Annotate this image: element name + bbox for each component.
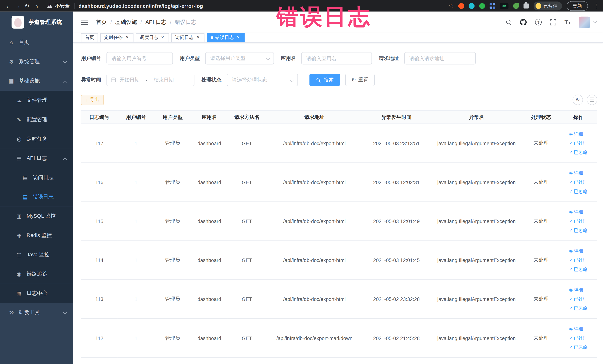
profile-paused-badge[interactable]: 已暂停 [533, 1, 562, 10]
sidebar-item-file[interactable]: ☁文件管理 [0, 91, 73, 110]
reload-button[interactable]: ↻ [23, 1, 32, 10]
user-id-label: 用户编号 [81, 55, 101, 62]
extension-icon-5[interactable] [513, 3, 519, 9]
font-size-icon[interactable]: TT [564, 19, 570, 26]
request-url-input[interactable] [404, 52, 476, 65]
breadcrumb-item[interactable]: API 日志 [145, 19, 166, 26]
action-processed[interactable]: ✓已处理 [569, 179, 588, 186]
extensions-puzzle-icon[interactable] [523, 3, 529, 8]
extension-icon-4[interactable] [489, 3, 495, 9]
action-ignored[interactable]: ✓已忽略 [569, 149, 588, 156]
cell-time: 2021-05-03 12:02:31 [363, 163, 430, 201]
browser-update-button[interactable]: 更新 [567, 1, 588, 11]
breadcrumb-item[interactable]: 首页 [96, 19, 107, 26]
chevron-down-icon[interactable] [593, 20, 597, 23]
sidebar-item-api-log[interactable]: ▤API 日志 [0, 149, 73, 168]
action-detail[interactable]: ◉详细 [569, 247, 583, 254]
sidebar-item-home[interactable]: ⌂首页 [0, 33, 73, 52]
address-bar[interactable]: 不安全 dashboard.yudao.iocoder.cn/infra/log… [47, 3, 203, 9]
action-ignored[interactable]: ✓已忽略 [569, 266, 588, 273]
github-icon[interactable] [520, 19, 527, 26]
action-processed[interactable]: ✓已处理 [569, 140, 588, 146]
check-icon: ✓ [569, 150, 573, 155]
search-icon[interactable] [506, 19, 512, 25]
sidebar-item-redis[interactable]: ▦Redis 监控 [0, 226, 73, 245]
tab-label: 定时任务 [104, 34, 123, 41]
action-detail[interactable]: ◉详细 [569, 131, 583, 137]
action-processed[interactable]: ✓已处理 [569, 335, 588, 341]
action-detail[interactable]: ◉详细 [569, 170, 583, 176]
action-ignored[interactable]: ✓已忽略 [569, 305, 588, 312]
exception-time-label: 异常时间 [81, 76, 101, 83]
breadcrumb-item[interactable]: 基础设施 [115, 19, 137, 26]
action-detail[interactable]: ◉详细 [569, 326, 583, 332]
cell-time: 2021-05-03 12:01:49 [363, 201, 430, 240]
hamburger-icon[interactable] [81, 20, 88, 25]
extension-icon-1[interactable] [458, 3, 464, 9]
extension-icon-2[interactable] [469, 3, 475, 9]
user-id-input[interactable] [106, 52, 173, 65]
user-type-select[interactable]: 请选择用户类型 [205, 52, 274, 65]
refresh-table-button[interactable]: ↻ [573, 94, 583, 105]
close-tab-icon[interactable]: × [160, 35, 165, 40]
tab-首页[interactable]: 首页 [81, 33, 98, 42]
reset-button[interactable]: ↻ 重置 [345, 74, 375, 86]
fullscreen-icon[interactable] [550, 19, 556, 25]
sidebar-item-job[interactable]: ◴定时任务 [0, 129, 73, 149]
export-button[interactable]: ↓ 导出 [81, 95, 104, 105]
cell-actions: ◉详细✓已处理✓已忽略 [559, 280, 597, 318]
trace-icon: ◉ [16, 271, 22, 277]
sidebar-item-java[interactable]: ▢Java 监控 [0, 245, 73, 264]
tab-调度日志[interactable]: 调度日志× [136, 33, 169, 42]
tab-label: 调度日志 [139, 34, 158, 41]
sidebar-item-system[interactable]: ⚙系统管理 [0, 52, 73, 71]
search-button[interactable]: 搜索 [309, 74, 340, 86]
sidebar-item-trace[interactable]: ◉链路追踪 [0, 264, 73, 284]
app-name-input[interactable] [301, 52, 372, 65]
exception-time-range[interactable]: 开始日期 - 结束日期 [106, 74, 195, 86]
column-settings-button[interactable] [587, 94, 597, 105]
cell-actions: ◉详细✓已处理✓已忽略 [559, 201, 597, 240]
action-ignored[interactable]: ✓已忽略 [569, 188, 588, 195]
action-processed[interactable]: ✓已处理 [569, 218, 588, 224]
refresh-icon: ↻ [351, 77, 356, 83]
tab-访问日志[interactable]: 访问日志× [171, 33, 204, 42]
sidebar-item-dev-tools[interactable]: ⚒研发工具 [0, 303, 73, 322]
app-logo-row[interactable]: 芋道管理系统 [0, 12, 73, 33]
cell-id: 116 [81, 163, 118, 201]
sidebar-item-config[interactable]: ✎配置管理 [0, 110, 73, 129]
close-tab-icon[interactable]: × [236, 35, 241, 40]
cell-user_id: 1 [118, 280, 154, 318]
back-button[interactable]: ← [4, 1, 13, 10]
sidebar-item-infra[interactable]: ▣基础设施 [0, 71, 73, 91]
action-processed[interactable]: ✓已处理 [569, 296, 588, 302]
forward-button[interactable]: → [13, 1, 23, 10]
process-status-select[interactable]: 请选择处理状态 [227, 74, 298, 86]
cell-status: 未处理 [523, 201, 559, 240]
sidebar-item-mysql[interactable]: ▥MySQL 监控 [0, 206, 73, 226]
tab-定时任务[interactable]: 定时任务× [100, 33, 133, 42]
extension-icon-3[interactable] [479, 3, 485, 9]
sidebar-item-error-log[interactable]: ▤错误日志 [0, 187, 73, 206]
cell-actions: ◉详细✓已处理✓已忽略 [559, 163, 597, 201]
extension-on-badge[interactable]: on [500, 3, 509, 9]
action-ignored[interactable]: ✓已忽略 [569, 227, 588, 234]
user-avatar[interactable] [579, 16, 590, 28]
check-icon: ✓ [569, 345, 573, 350]
action-detail[interactable]: ◉详细 [569, 209, 583, 215]
check-icon: ✓ [569, 306, 573, 311]
action-processed[interactable]: ✓已处理 [569, 257, 588, 263]
infra-icon: ▣ [8, 78, 15, 84]
tab-错误日志[interactable]: 错误日志× [207, 33, 245, 42]
help-icon[interactable]: ? [535, 19, 542, 25]
browser-menu-icon[interactable]: ⋮ [593, 2, 599, 9]
bookmark-star-icon[interactable]: ☆ [449, 2, 454, 9]
sidebar-item-access-log[interactable]: ▤访问日志 [0, 168, 73, 187]
tags-view: 首页定时任务×调度日志×访问日志×错误日志× [73, 33, 603, 43]
sidebar-item-log-center[interactable]: ▧日志中心 [0, 284, 73, 303]
action-detail[interactable]: ◉详细 [569, 286, 583, 293]
action-ignored[interactable]: ✓已忽略 [569, 344, 588, 351]
close-tab-icon[interactable]: × [196, 35, 201, 40]
home-button[interactable]: ⌂ [32, 1, 41, 10]
close-tab-icon[interactable]: × [125, 35, 129, 40]
